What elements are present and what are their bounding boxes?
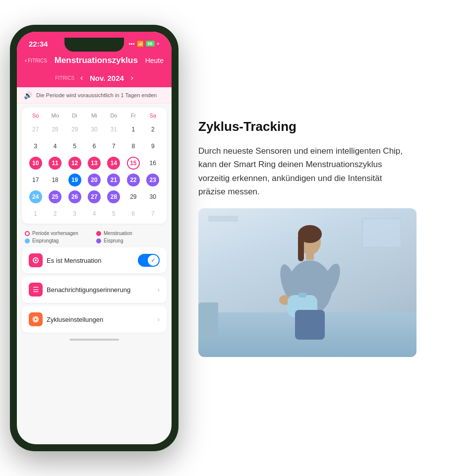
- cal-cell-26[interactable]: 26: [65, 189, 84, 205]
- cal-cell-1[interactable]: 1: [123, 121, 143, 137]
- cal-cell-7[interactable]: 7: [143, 206, 163, 222]
- cal-cell-30[interactable]: 30: [84, 121, 104, 137]
- page-layout: 22:34 ▪▪▪ 📶 66 + ‹ FITRICS Menstruations…: [10, 25, 466, 451]
- weekday-do: Do: [104, 112, 123, 119]
- back-arrow-icon: ‹: [25, 57, 27, 64]
- toggle-icon: [29, 253, 43, 267]
- cal-cell-6[interactable]: 6: [123, 206, 143, 222]
- cal-cell-16[interactable]: 16: [143, 155, 163, 171]
- cal-cell-13[interactable]: 13: [84, 155, 104, 171]
- cal-cell-9[interactable]: 9: [143, 138, 163, 154]
- cal-cell-6[interactable]: 6: [84, 138, 104, 154]
- cal-cell-27[interactable]: 27: [84, 189, 104, 205]
- notification-menu-row[interactable]: ☰ Benachrichtigungserinnerung ›: [22, 276, 167, 303]
- cal-cell-4[interactable]: 4: [45, 138, 64, 154]
- cal-cell-22[interactable]: 22: [123, 172, 143, 188]
- wifi-icon: 📶: [137, 41, 144, 47]
- cal-cell-28[interactable]: 28: [104, 189, 123, 205]
- calendar: So Mo Di Mi Do Fr Sa 2728293031123456789…: [22, 108, 167, 224]
- right-panel: Zyklus-Tracking Durch neueste Sensoren u…: [198, 119, 466, 357]
- today-button[interactable]: Heute: [145, 57, 164, 64]
- back-brand-label: FITRICS: [28, 58, 47, 63]
- settings-label: Zykluseinstellungen: [47, 316, 103, 323]
- cal-cell-4[interactable]: 4: [84, 206, 104, 222]
- month-label: Nov. 2024: [87, 74, 126, 82]
- prev-month-button[interactable]: ‹: [80, 73, 83, 82]
- woman-svg: [263, 223, 352, 342]
- phone-mockup: 22:34 ▪▪▪ 📶 66 + ‹ FITRICS Menstruations…: [10, 25, 178, 451]
- weekday-headers: So Mo Di Mi Do Fr Sa: [26, 112, 163, 119]
- window-hint: [362, 218, 402, 248]
- cal-cell-17[interactable]: 17: [26, 172, 45, 188]
- battery-icon: +: [157, 41, 160, 47]
- notification-icon: ☰: [29, 283, 43, 297]
- weekday-fr: Fr: [123, 112, 143, 119]
- legend-item-menstruation: Menstruation: [96, 231, 164, 236]
- legend-label-periode: Periode vorhersagen: [32, 231, 78, 236]
- svg-rect-7: [306, 253, 314, 260]
- cal-cell-11[interactable]: 11: [45, 155, 64, 171]
- feature-title: Zyklus-Tracking: [198, 119, 466, 134]
- feature-description: Durch neueste Sensoren und einem intelli…: [198, 144, 407, 198]
- svg-rect-14: [295, 310, 325, 340]
- cal-cell-23[interactable]: 23: [143, 172, 163, 188]
- settings-left: Zykluseinstellungen: [29, 312, 103, 326]
- settings-icon: [29, 312, 43, 326]
- feature-image: [198, 208, 416, 357]
- cal-cell-14[interactable]: 14: [104, 155, 123, 171]
- cal-cell-8[interactable]: 8: [123, 138, 143, 154]
- legend-label-eisprung: Eisprung: [104, 238, 123, 243]
- next-month-button[interactable]: ›: [130, 73, 133, 82]
- legend-item-eisprung: Eisprung: [96, 238, 164, 243]
- cal-cell-29[interactable]: 29: [65, 121, 84, 137]
- weekday-mi: Mi: [84, 112, 104, 119]
- cal-cell-19[interactable]: 19: [65, 172, 84, 188]
- home-indicator: [17, 336, 172, 346]
- battery-badge: 66: [146, 41, 155, 47]
- home-bar: [69, 339, 119, 341]
- screen-title: Menstruationszyklus: [55, 56, 138, 65]
- svg-point-2: [34, 318, 37, 321]
- legend-dot-menstruation: [96, 231, 101, 236]
- cal-cell-31[interactable]: 31: [104, 121, 123, 137]
- legend-item-eisprungtag: Eisprungtag: [25, 238, 92, 243]
- weekday-so: So: [26, 112, 45, 119]
- sofa-arm: [198, 302, 218, 337]
- month-brand: FITRICS: [55, 75, 74, 81]
- cal-cell-5[interactable]: 5: [65, 138, 84, 154]
- cal-cell-21[interactable]: 21: [104, 172, 123, 188]
- shelf-hint: [208, 216, 238, 222]
- notification-chevron-icon: ›: [157, 286, 160, 294]
- toggle-left: Es ist Menstruation: [29, 253, 102, 267]
- weekday-mo: Mo: [45, 112, 64, 119]
- legend-dot-eisprung: [96, 238, 101, 243]
- cal-cell-24[interactable]: 24: [26, 189, 45, 205]
- menstruation-toggle[interactable]: ✓: [138, 254, 160, 267]
- weekday-sa: Sa: [143, 112, 163, 119]
- cal-cell-10[interactable]: 10: [26, 155, 45, 171]
- cal-cell-3[interactable]: 3: [26, 138, 45, 154]
- back-button[interactable]: ‹ FITRICS: [25, 57, 47, 64]
- legend-label-eisprungtag: Eisprungtag: [32, 238, 59, 243]
- cal-cell-3[interactable]: 3: [65, 206, 84, 222]
- cal-cell-20[interactable]: 20: [84, 172, 104, 188]
- cal-cell-28[interactable]: 28: [45, 121, 64, 137]
- cal-cell-27[interactable]: 27: [26, 121, 45, 137]
- cal-cell-12[interactable]: 12: [65, 155, 84, 171]
- cal-cell-25[interactable]: 25: [45, 189, 64, 205]
- legend-dot-eisprungtag: [25, 238, 30, 243]
- status-time: 22:34: [29, 40, 48, 48]
- phone-screen: 22:34 ▪▪▪ 📶 66 + ‹ FITRICS Menstruations…: [17, 32, 172, 444]
- settings-menu-row[interactable]: Zykluseinstellungen ›: [22, 306, 167, 333]
- cal-cell-18[interactable]: 18: [45, 172, 64, 188]
- cal-cell-5[interactable]: 5: [104, 206, 123, 222]
- cal-cell-1[interactable]: 1: [26, 206, 45, 222]
- cal-cell-2[interactable]: 2: [143, 121, 163, 137]
- cal-cell-2[interactable]: 2: [45, 206, 64, 222]
- cal-cell-30[interactable]: 30: [143, 189, 163, 205]
- toggle-knob: ✓: [148, 255, 159, 266]
- cal-cell-7[interactable]: 7: [104, 138, 123, 154]
- alert-icon: 🔊: [24, 91, 32, 99]
- cal-cell-29[interactable]: 29: [123, 189, 143, 205]
- cal-cell-15[interactable]: 15: [123, 155, 143, 171]
